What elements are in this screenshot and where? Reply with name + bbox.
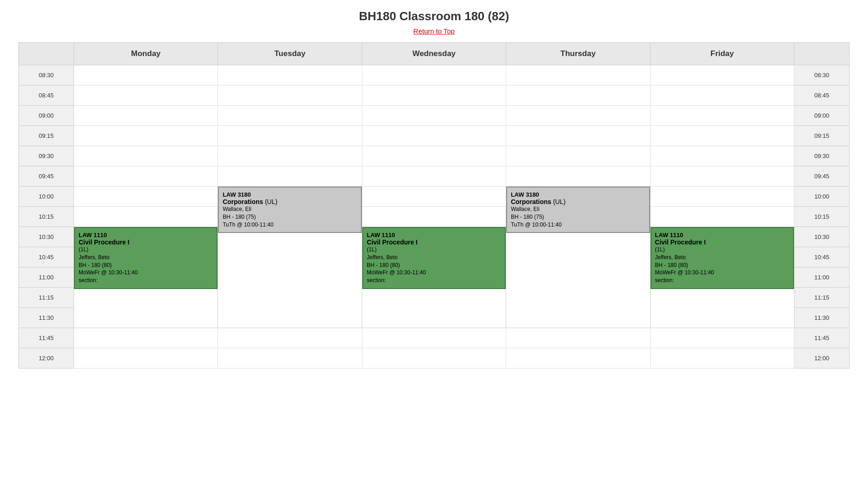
table-row: 10:00 LAW 3180 Corporations (UL) Wallace… — [19, 187, 850, 207]
civil-fri-schedule: MoWeFr @ 10:30-11:40 — [655, 269, 789, 277]
tue-1145 — [218, 328, 362, 348]
table-row: 12:00 12:00 — [19, 348, 850, 369]
wed-0930 — [362, 146, 506, 166]
time-label-right: 09:15 — [794, 126, 850, 146]
fri-1000 — [650, 187, 794, 207]
return-to-top-link[interactable]: Return to Top — [18, 27, 850, 35]
fri-0830 — [650, 65, 794, 85]
civil-procedure-wed: LAW 1110 Civil Procedure I (1L) Jeffers,… — [362, 227, 506, 328]
time-label: 10:45 — [19, 247, 74, 267]
time-label: 10:00 — [19, 187, 74, 207]
mon-1015 — [74, 207, 218, 227]
time-header-right — [794, 43, 850, 65]
civil-wed-instructor: Jeffers, Beto — [367, 254, 501, 261]
civil-mon-section-label: section: — [79, 277, 213, 284]
time-label-right: 10:30 — [794, 227, 850, 247]
time-label-right: 11:00 — [794, 267, 850, 288]
mon-0930 — [74, 146, 218, 166]
civil-fri-section-label: section: — [655, 277, 789, 284]
table-row: 09:45 09:45 — [19, 166, 850, 187]
wed-1000 — [362, 187, 506, 207]
table-row: 09:00 09:00 — [19, 106, 850, 126]
time-label-right: 10:45 — [794, 247, 850, 267]
tuesday-header: Tuesday — [218, 43, 362, 65]
corps-schedule: TuTh @ 10:00-11:40 — [223, 221, 357, 229]
time-label-right: 08:30 — [794, 65, 850, 85]
corporations-tue-block: LAW 3180 Corporations (UL) Wallace, Eli … — [218, 187, 361, 233]
time-label: 10:30 — [19, 227, 74, 247]
civil-fri-block: LAW 1110 Civil Procedure I (1L) Jeffers,… — [651, 227, 794, 289]
thu-1200 — [506, 348, 650, 369]
monday-header: Monday — [74, 43, 218, 65]
civil-procedure-mon: LAW 1110 Civil Procedure I (1L) Jeffers,… — [74, 227, 218, 328]
civil-mon-instructor: Jeffers, Beto — [79, 254, 213, 261]
time-label: 12:00 — [19, 348, 74, 369]
time-label: 10:15 — [19, 207, 74, 227]
tue-0915 — [218, 126, 362, 146]
civil-mon-block: LAW 1110 Civil Procedure I (1L) Jeffers,… — [74, 227, 217, 289]
wed-1015 — [362, 207, 506, 227]
time-label-right: 09:30 — [794, 146, 850, 166]
fri-0900 — [650, 106, 794, 126]
fri-1200 — [650, 348, 794, 369]
tue-0845 — [218, 85, 362, 106]
mon-1200 — [74, 348, 218, 369]
mon-1000 — [74, 187, 218, 207]
civil-mon-course: LAW 1110 — [79, 232, 213, 238]
table-row: 08:30 08:30 — [19, 65, 850, 85]
civil-wed-section: (1L) — [367, 246, 501, 254]
wed-1200 — [362, 348, 506, 369]
mon-0915 — [74, 126, 218, 146]
civil-fri-title: Civil Procedure I — [655, 238, 789, 246]
table-row: 09:30 09:30 — [19, 146, 850, 166]
thu-1145 — [506, 328, 650, 348]
fri-0915 — [650, 126, 794, 146]
time-label-right: 10:00 — [794, 187, 850, 207]
time-header-left — [19, 43, 74, 65]
time-label: 11:30 — [19, 308, 74, 328]
table-row: 10:15 10:15 — [19, 207, 850, 227]
thu-0930 — [506, 146, 650, 166]
corps-instructor: Wallace, Eli — [223, 205, 357, 213]
fri-0945 — [650, 166, 794, 187]
time-label-right: 10:15 — [794, 207, 850, 227]
page-title: BH180 Classroom 180 (82) — [18, 9, 850, 23]
time-label: 09:30 — [19, 146, 74, 166]
table-row: 10:30 LAW 1110 Civil Procedure I (1L) Je… — [19, 227, 850, 247]
fri-0930 — [650, 146, 794, 166]
corps-thu-title: Corporations (UL) — [511, 198, 645, 205]
wed-0915 — [362, 126, 506, 146]
mon-0830 — [74, 65, 218, 85]
civil-fri-instructor: Jeffers, Beto — [655, 254, 789, 261]
fri-1015 — [650, 207, 794, 227]
time-label: 11:15 — [19, 288, 74, 308]
civil-fri-room: BH - 180 (80) — [655, 261, 789, 269]
civil-fri-course: LAW 1110 — [655, 232, 789, 238]
time-label: 09:15 — [19, 126, 74, 146]
corporations-thu: LAW 3180 Corporations (UL) Wallace, Eli … — [506, 187, 650, 328]
corps-title: Corporations (UL) — [223, 198, 357, 205]
corporations-tue: LAW 3180 Corporations (UL) Wallace, Eli … — [218, 187, 362, 328]
wednesday-header: Wednesday — [362, 43, 506, 65]
time-label-right: 12:00 — [794, 348, 850, 369]
corps-thu-schedule: TuTh @ 10:00-11:40 — [511, 221, 645, 229]
time-label-right: 08:45 — [794, 85, 850, 106]
time-label-right: 09:45 — [794, 166, 850, 187]
civil-mon-schedule: MoWeFr @ 10:30-11:40 — [79, 269, 213, 277]
civil-mon-section: (1L) — [79, 246, 213, 254]
time-label-right: 09:00 — [794, 106, 850, 126]
corps-thu-room: BH - 180 (75) — [511, 213, 645, 221]
thu-0830 — [506, 65, 650, 85]
time-label: 08:30 — [19, 65, 74, 85]
corporations-thu-block: LAW 3180 Corporations (UL) Wallace, Eli … — [506, 187, 650, 233]
mon-0945 — [74, 166, 218, 187]
civil-wed-schedule: MoWeFr @ 10:30-11:40 — [367, 269, 501, 277]
tue-0830 — [218, 65, 362, 85]
time-label: 11:45 — [19, 328, 74, 348]
mon-0845 — [74, 85, 218, 106]
civil-wed-title: Civil Procedure I — [367, 238, 501, 246]
civil-wed-room: BH - 180 (80) — [367, 261, 501, 269]
thursday-header: Thursday — [506, 43, 650, 65]
time-label: 09:00 — [19, 106, 74, 126]
thu-0845 — [506, 85, 650, 106]
